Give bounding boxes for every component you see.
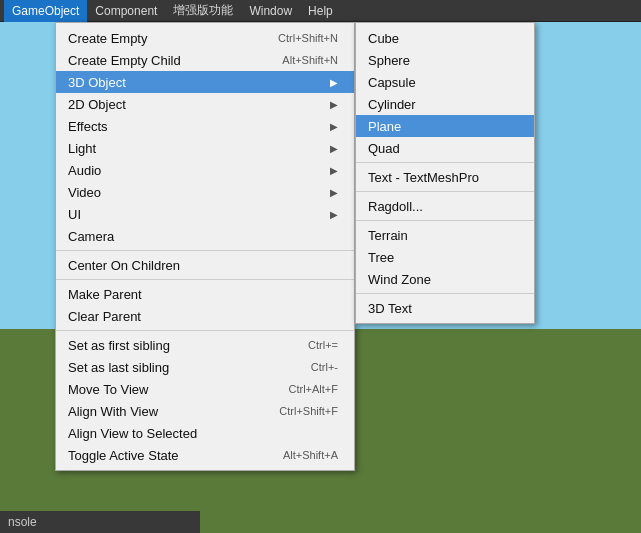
menu-create-empty[interactable]: Create Empty Ctrl+Shift+N <box>56 27 354 49</box>
submenu-plane[interactable]: Plane <box>356 115 534 137</box>
separator-3 <box>56 330 354 331</box>
console-bar: nsole <box>0 511 200 533</box>
arrow-icon: ▶ <box>330 187 338 198</box>
submenu-separator-1 <box>356 162 534 163</box>
menu-audio[interactable]: Audio ▶ <box>56 159 354 181</box>
menu-align-with-view[interactable]: Align With View Ctrl+Shift+F <box>56 400 354 422</box>
menu-light[interactable]: Light ▶ <box>56 137 354 159</box>
menu-bar: GameObject Component 增强版功能 Window Help <box>0 0 641 22</box>
menu-move-to-view[interactable]: Move To View Ctrl+Alt+F <box>56 378 354 400</box>
separator-2 <box>56 279 354 280</box>
submenu-terrain[interactable]: Terrain <box>356 224 534 246</box>
arrow-icon: ▶ <box>330 165 338 176</box>
submenu-capsule[interactable]: Capsule <box>356 71 534 93</box>
menu-clear-parent[interactable]: Clear Parent <box>56 305 354 327</box>
submenu-3d-object: Cube Sphere Capsule Cylinder Plane Quad … <box>355 22 535 324</box>
menubar-gameobject[interactable]: GameObject <box>4 0 87 22</box>
arrow-icon: ▶ <box>330 143 338 154</box>
menu-toggle-active-state[interactable]: Toggle Active State Alt+Shift+A <box>56 444 354 466</box>
gameobject-dropdown: Create Empty Ctrl+Shift+N Create Empty C… <box>55 22 355 471</box>
submenu-separator-2 <box>356 191 534 192</box>
arrow-icon: ▶ <box>330 209 338 220</box>
submenu-text-textmeshpro[interactable]: Text - TextMeshPro <box>356 166 534 188</box>
menubar-component[interactable]: Component <box>87 0 165 22</box>
submenu-cylinder[interactable]: Cylinder <box>356 93 534 115</box>
menu-3d-object[interactable]: 3D Object ▶ <box>56 71 354 93</box>
menu-center-on-children[interactable]: Center On Children <box>56 254 354 276</box>
dropdown-menus: Create Empty Ctrl+Shift+N Create Empty C… <box>55 22 535 471</box>
menu-align-view-to-selected[interactable]: Align View to Selected <box>56 422 354 444</box>
menubar-enhanced[interactable]: 增强版功能 <box>165 0 241 22</box>
arrow-icon: ▶ <box>330 121 338 132</box>
menu-video[interactable]: Video ▶ <box>56 181 354 203</box>
menu-create-empty-child[interactable]: Create Empty Child Alt+Shift+N <box>56 49 354 71</box>
submenu-separator-3 <box>356 220 534 221</box>
arrow-icon: ▶ <box>330 99 338 110</box>
menu-camera[interactable]: Camera <box>56 225 354 247</box>
submenu-ragdoll[interactable]: Ragdoll... <box>356 195 534 217</box>
arrow-icon: ▶ <box>330 77 338 88</box>
submenu-separator-4 <box>356 293 534 294</box>
menu-2d-object[interactable]: 2D Object ▶ <box>56 93 354 115</box>
menubar-help[interactable]: Help <box>300 0 341 22</box>
menubar-window[interactable]: Window <box>241 0 300 22</box>
submenu-sphere[interactable]: Sphere <box>356 49 534 71</box>
submenu-quad[interactable]: Quad <box>356 137 534 159</box>
menu-make-parent[interactable]: Make Parent <box>56 283 354 305</box>
menu-set-first-sibling[interactable]: Set as first sibling Ctrl+= <box>56 334 354 356</box>
console-label: nsole <box>8 515 37 529</box>
submenu-wind-zone[interactable]: Wind Zone <box>356 268 534 290</box>
menu-effects[interactable]: Effects ▶ <box>56 115 354 137</box>
menu-set-last-sibling[interactable]: Set as last sibling Ctrl+- <box>56 356 354 378</box>
separator-1 <box>56 250 354 251</box>
submenu-tree[interactable]: Tree <box>356 246 534 268</box>
submenu-cube[interactable]: Cube <box>356 27 534 49</box>
menu-ui[interactable]: UI ▶ <box>56 203 354 225</box>
submenu-3d-text[interactable]: 3D Text <box>356 297 534 319</box>
